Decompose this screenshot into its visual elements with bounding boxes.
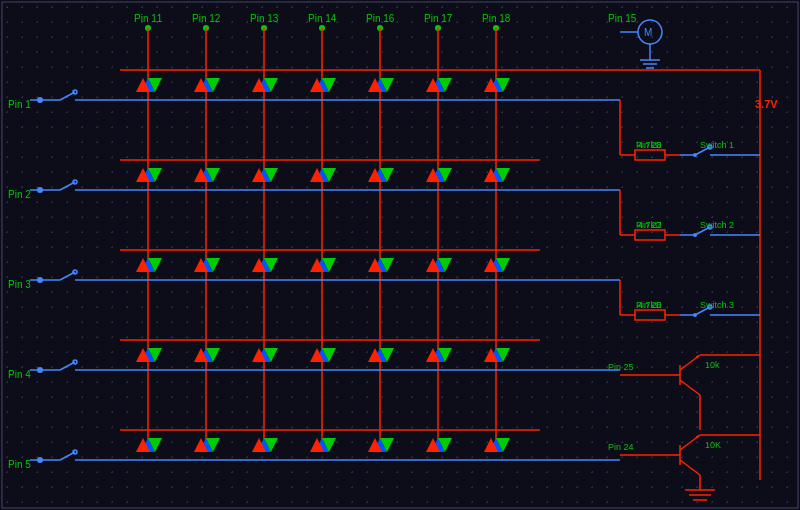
pin-2-label: Pin 2	[8, 189, 31, 200]
svg-rect-180	[635, 230, 665, 240]
svg-rect-170	[635, 150, 665, 160]
resistor-1-label: 4.7kΩ	[638, 140, 662, 150]
switch-1-label: Switch 1	[700, 140, 734, 150]
switch-2-label: Switch 2	[700, 220, 734, 230]
svg-line-202	[680, 380, 700, 395]
circuit-canvas: Pin 11 Pin 12 Pin 13 Pin 14 Pin 16 Pin 1…	[0, 0, 800, 510]
pin-12-label: Pin 12	[192, 13, 221, 24]
svg-line-210	[680, 460, 700, 475]
pin-17-label: Pin 17	[424, 13, 453, 24]
pin-11-label: Pin 11	[134, 13, 163, 24]
switch-3-label: Switch 3	[700, 300, 734, 310]
pin-5-label: Pin 5	[8, 459, 31, 470]
pin-3-label: Pin 3	[8, 279, 31, 290]
pin-1-label: Pin 1	[8, 99, 31, 110]
svg-rect-218	[2, 2, 798, 508]
transistor-1-label: 10k	[705, 360, 720, 370]
transistor-2-label: 10K	[705, 440, 721, 450]
pin-4-label: Pin 4	[8, 369, 31, 380]
pin-13-label: Pin 13	[250, 13, 279, 24]
resistor-2-label: 4.7kΩ	[638, 220, 662, 230]
svg-rect-190	[635, 310, 665, 320]
pin-15-label: Pin 15	[608, 13, 637, 24]
resistor-3-label: 4.7kΩ	[638, 300, 662, 310]
svg-text:M: M	[644, 27, 652, 38]
voltage-label: 3.7V	[755, 98, 778, 110]
pin-18-label: Pin 18	[482, 13, 511, 24]
pin-14-label: Pin 14	[308, 13, 337, 24]
pin-24-label: Pin 24	[608, 442, 634, 452]
pin-16-label: Pin 16	[366, 13, 395, 24]
